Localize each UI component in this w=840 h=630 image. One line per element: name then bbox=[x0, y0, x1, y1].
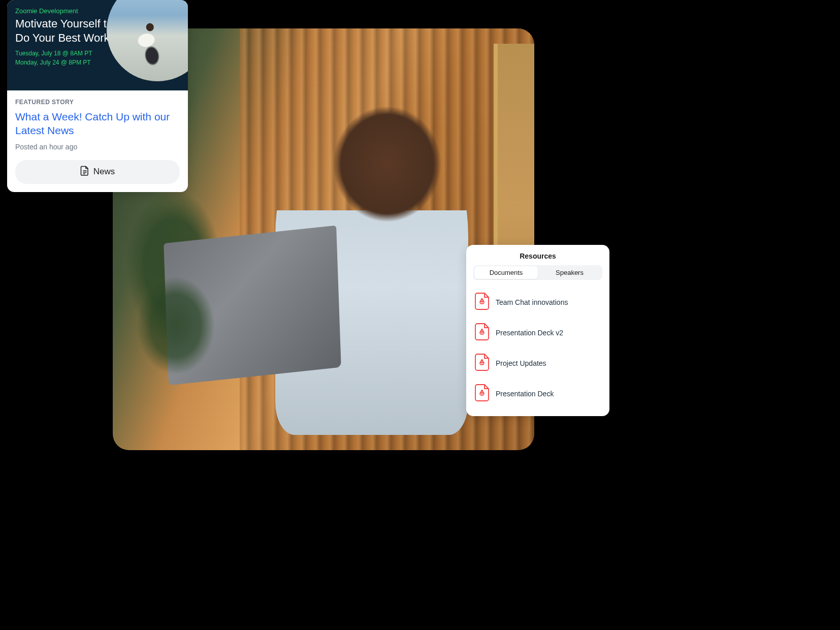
featured-story-card: Zoomie Development Motivate Yourself to … bbox=[7, 0, 188, 192]
tab-speakers[interactable]: Speakers bbox=[538, 266, 601, 279]
featured-story-title[interactable]: What a Week! Catch Up with our Latest Ne… bbox=[15, 110, 180, 138]
resource-label: Presentation Deck bbox=[496, 390, 554, 398]
resources-title: Resources bbox=[473, 252, 602, 260]
resources-panel: Resources Documents Speakers Team Chat i… bbox=[466, 245, 609, 416]
document-icon bbox=[80, 166, 89, 178]
news-button-label: News bbox=[93, 167, 115, 177]
news-button[interactable]: News bbox=[15, 160, 180, 184]
resource-item-1[interactable]: Presentation Deck v2 bbox=[473, 318, 602, 348]
featured-posted-time: Posted an hour ago bbox=[15, 143, 180, 151]
story-hero-circle-image bbox=[107, 0, 188, 81]
resource-label: Project Updates bbox=[496, 359, 546, 367]
pdf-icon bbox=[474, 292, 490, 312]
resource-item-2[interactable]: Project Updates bbox=[473, 348, 602, 379]
pdf-icon bbox=[474, 323, 490, 343]
pdf-icon bbox=[474, 384, 490, 404]
pdf-icon bbox=[474, 353, 490, 373]
decorative-runner-figure bbox=[117, 15, 183, 75]
resource-label: Presentation Deck v2 bbox=[496, 329, 563, 337]
resource-item-0[interactable]: Team Chat innovations bbox=[473, 287, 602, 318]
resources-segmented-control: Documents Speakers bbox=[473, 265, 602, 280]
resource-label: Team Chat innovations bbox=[496, 298, 568, 306]
resource-item-3[interactable]: Presentation Deck bbox=[473, 379, 602, 409]
decorative-laptop bbox=[164, 226, 341, 386]
story-body: FEATURED STORY What a Week! Catch Up wit… bbox=[7, 90, 188, 192]
tab-documents[interactable]: Documents bbox=[474, 266, 538, 279]
resources-list: Team Chat innovations Presentation Deck … bbox=[473, 287, 602, 409]
story-hero-banner: Zoomie Development Motivate Yourself to … bbox=[7, 0, 188, 90]
featured-label: FEATURED STORY bbox=[15, 99, 180, 106]
